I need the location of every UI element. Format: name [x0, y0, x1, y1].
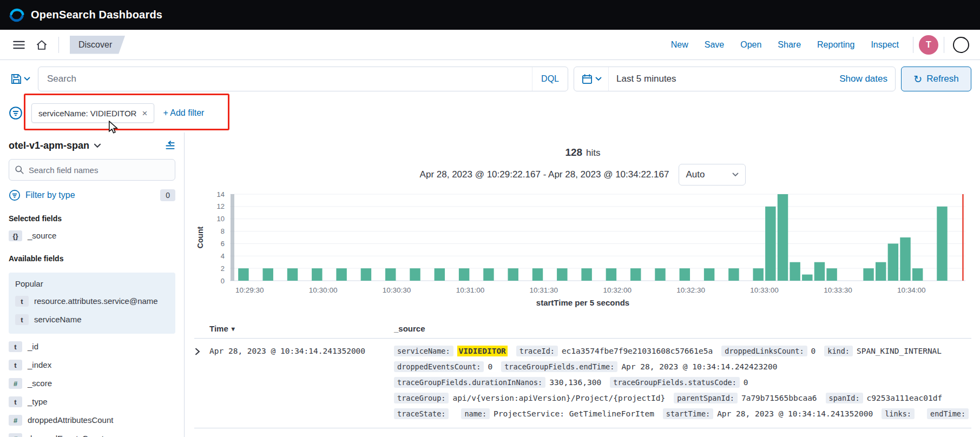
refresh-button[interactable]: ↻ Refresh [901, 67, 971, 91]
source-field-key: droppedLinksCount: [721, 346, 807, 356]
histogram-bar[interactable] [238, 268, 248, 281]
top-app-bar: OpenSearch Dashboards [0, 0, 980, 30]
query-bar: DQL Last 5 minutes Show dates ↻ Refresh [0, 60, 980, 98]
source-field-value: Apr 28, 2023 @ 10:34:14.242423200 [621, 362, 777, 371]
source-field-pair: links: [882, 409, 918, 418]
histogram-bar[interactable] [802, 275, 812, 281]
histogram-bar[interactable] [790, 262, 800, 281]
histogram-bar[interactable] [826, 268, 837, 281]
histogram-bar[interactable] [728, 268, 739, 281]
number-field-icon: # [9, 378, 22, 389]
add-filter-button[interactable]: + Add filter [163, 108, 204, 118]
time-range-value[interactable]: Last 5 minutes [616, 74, 676, 84]
interval-select[interactable]: Auto [679, 164, 746, 186]
hamburger-menu-button[interactable] [8, 34, 30, 56]
home-button[interactable] [30, 34, 53, 56]
saved-query-menu-button[interactable] [9, 74, 32, 84]
histogram-bar[interactable] [287, 268, 298, 281]
histogram-bar[interactable] [655, 268, 665, 281]
nav-action-open[interactable]: Open [740, 40, 761, 50]
avatar[interactable]: T [919, 35, 938, 55]
histogram-bar[interactable] [581, 268, 591, 281]
field-item-droppedAttributesCount[interactable]: #droppedAttributesCount [9, 415, 175, 426]
histogram-bar[interactable] [312, 268, 322, 281]
chevron-right-icon [194, 348, 201, 355]
histogram-bar[interactable] [361, 268, 371, 281]
histogram-bar[interactable] [262, 268, 273, 281]
filter-pill[interactable]: serviceName: VIDIEDITOR × [31, 103, 154, 123]
x-tick-label: 10:31:30 [530, 286, 558, 294]
histogram-bar[interactable] [532, 268, 543, 281]
source-field-pair: traceId:ec1a3574fbe7f9e21031608c57661e5a [516, 347, 713, 355]
source-field-pair: spanId:c9253a111eac01df [826, 394, 943, 402]
histogram-bar[interactable] [753, 268, 763, 281]
field-item-_index[interactable]: t_index [9, 360, 175, 370]
histogram-bar[interactable] [900, 237, 910, 281]
histogram-chart[interactable]: 0246810121410:29:3010:30:0010:30:3010:31… [194, 190, 971, 296]
histogram-bar[interactable] [508, 268, 518, 281]
home-icon [36, 39, 48, 50]
histogram-bar[interactable] [814, 262, 825, 281]
query-language-button[interactable]: DQL [532, 67, 568, 91]
histogram-bar[interactable] [459, 268, 469, 281]
histogram-bar[interactable] [863, 268, 873, 281]
account-circle-button[interactable] [950, 34, 972, 56]
field-item-_score[interactable]: #_score [9, 378, 175, 389]
string-field-icon: t [9, 341, 22, 352]
source-field-key: startTime: [663, 408, 713, 419]
y-axis-label: Count [196, 226, 205, 248]
available-fields-heading: Available fields [9, 254, 175, 263]
nav-action-share[interactable]: Share [778, 40, 801, 50]
histogram-bar[interactable] [336, 268, 346, 281]
histogram-bar[interactable] [765, 207, 775, 281]
histogram-bar[interactable] [912, 268, 923, 281]
histogram-bar[interactable] [937, 207, 947, 281]
source-field-value: 0 [811, 347, 816, 355]
source-field-value: Apr 28, 2023 @ 10:34:14.241352000 [717, 409, 873, 418]
field-item-resource.attributes.service@name[interactable]: tresource.attributes.service@name [15, 296, 169, 307]
source-field-key: name: [461, 408, 490, 419]
field-name: _index [28, 360, 51, 370]
source-field-value: 7a79b71565bbcaa6 [741, 394, 817, 402]
histogram-bar[interactable] [704, 268, 714, 281]
histogram-bar[interactable] [435, 268, 445, 281]
y-tick-label: 10 [217, 215, 225, 223]
histogram-bar[interactable] [876, 262, 886, 281]
string-field-icon: t [15, 314, 29, 325]
search-input[interactable] [47, 74, 532, 84]
collapse-sidebar-button[interactable] [165, 141, 175, 151]
field-search-input[interactable] [29, 165, 169, 175]
nav-action-reporting[interactable]: Reporting [817, 40, 854, 50]
histogram-bar[interactable] [557, 268, 567, 281]
source-field-key: links: [882, 408, 915, 419]
histogram-bar[interactable] [888, 243, 898, 281]
histogram-bar[interactable] [778, 194, 788, 281]
field-item-droppedEventsCount[interactable]: #droppedEventsCount [9, 433, 175, 437]
nav-action-save[interactable]: Save [705, 40, 724, 50]
histogram-bar[interactable] [410, 268, 420, 281]
histogram-bar[interactable] [385, 268, 396, 281]
filter-icon[interactable] [9, 106, 23, 120]
field-item-_id[interactable]: t_id [9, 341, 175, 352]
source-field-value: ec1a3574fbe7f9e21031608c57661e5a [562, 347, 713, 355]
filter-by-type-button[interactable]: Filter by type 0 [9, 189, 175, 201]
nav-action-inspect[interactable]: Inspect [871, 40, 899, 50]
index-pattern-selector[interactable]: otel-v1-apm-span [9, 140, 89, 151]
y-tick-label: 2 [221, 264, 225, 273]
histogram-bar[interactable] [606, 268, 616, 281]
close-icon[interactable]: × [142, 109, 147, 118]
histogram-bar[interactable] [483, 268, 494, 281]
field-item-_type[interactable]: t_type [9, 396, 175, 407]
nav-action-new[interactable]: New [671, 40, 688, 50]
refresh-label: Refresh [926, 74, 959, 84]
popular-heading: Popular [15, 279, 169, 288]
histogram-bar[interactable] [680, 268, 690, 281]
time-column-header[interactable]: Time ▾ [209, 324, 394, 333]
field-item-serviceName[interactable]: tserviceName [15, 314, 169, 325]
field-item-_source[interactable]: {}_source [9, 230, 175, 241]
filter-count-badge: 0 [160, 189, 175, 201]
histogram-bar[interactable] [630, 268, 641, 281]
quick-select-button[interactable] [582, 67, 609, 91]
show-dates-button[interactable]: Show dates [839, 74, 887, 84]
expand-row-button[interactable] [194, 345, 209, 355]
